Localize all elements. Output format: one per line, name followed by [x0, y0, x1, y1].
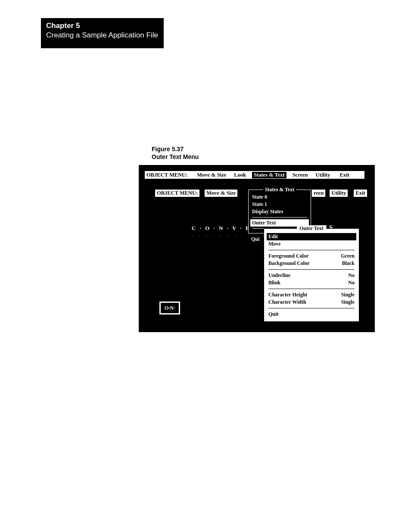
menu-item-move-size[interactable]: Move & Size: [195, 172, 228, 178]
menu-item-screen[interactable]: Screen: [291, 172, 310, 178]
figure-title: Outer Text Menu: [152, 153, 199, 161]
menu-item-state0[interactable]: State 0: [252, 193, 307, 201]
on-indicator-box: O·N·: [159, 302, 180, 314]
menu-item-state1[interactable]: State 1: [252, 201, 307, 208]
quit-peek[interactable]: Qui: [251, 236, 259, 243]
menu-item-edit[interactable]: Edit: [267, 233, 356, 240]
menu-item-move-size-inner[interactable]: Move & Size: [205, 190, 237, 197]
dropdown-legend: States & Text: [263, 187, 296, 193]
menu-item-screen-peek[interactable]: reen Utility Exit: [312, 190, 367, 197]
row-character-width[interactable]: Character Width Single: [268, 299, 355, 306]
menu-item-exit[interactable]: Exit: [338, 172, 351, 178]
row-character-height[interactable]: Character Height Single: [268, 291, 355, 299]
row-underline[interactable]: Underline No: [268, 272, 355, 279]
outer-text-legend: Outer Text: [297, 225, 326, 232]
menu-item-look[interactable]: Look: [232, 172, 248, 178]
chapter-header: Chapter 5 Creating a Sample Application …: [41, 18, 164, 48]
row-foreground-color[interactable]: Foreground Color Green: [268, 252, 355, 260]
menu-title: OBJECT MENU:: [145, 172, 189, 178]
figure-number: Figure 5.37: [152, 146, 199, 153]
chapter-number: Chapter 5: [46, 22, 159, 30]
menu-item-quit[interactable]: Quit: [268, 311, 278, 317]
chapter-title: Creating a Sample Application File: [46, 31, 159, 40]
row-blink[interactable]: Blink No: [268, 279, 355, 286]
menu-item-utility[interactable]: Utility: [314, 172, 332, 178]
object-menu-bar-top: OBJECT MENU: Move & Size Look States & T…: [145, 171, 364, 179]
menu-item-display-states[interactable]: Display States: [252, 208, 307, 215]
row-background-color[interactable]: Background Color Black: [268, 260, 355, 267]
menu-item-move[interactable]: Move: [268, 241, 281, 247]
menu-title-inner: OBJECT MENU:: [155, 190, 199, 197]
figure-caption: Figure 5.37 Outer Text Menu: [152, 146, 199, 161]
outer-text-dropdown: Outer Text Edit Move Foreground Color Gr…: [264, 228, 359, 322]
menu-item-states-text[interactable]: States & Text: [252, 172, 286, 178]
